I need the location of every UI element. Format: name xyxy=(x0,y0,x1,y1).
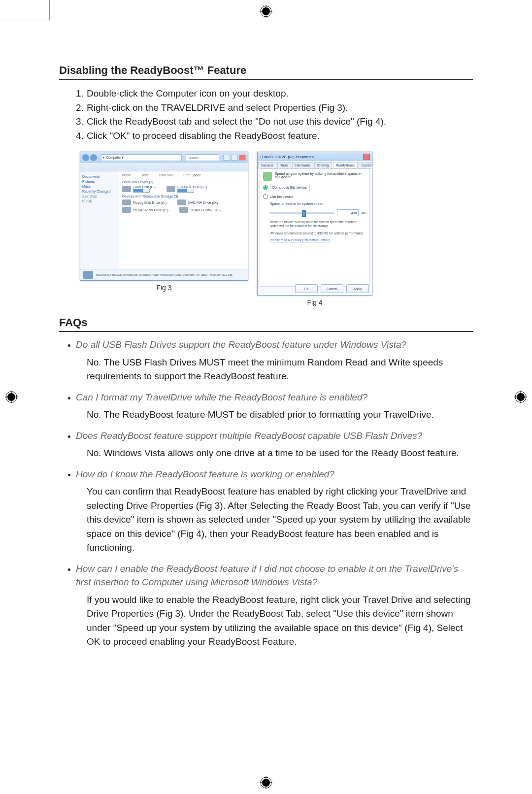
registration-mark-top-icon xyxy=(259,4,273,19)
reserve-unit: MB xyxy=(362,211,367,215)
radio-do-not-use[interactable]: Do not use this device. xyxy=(263,184,366,191)
fig4-properties-dialog: TRAVELDRIVE (G:) Properties General Tool… xyxy=(257,152,372,296)
faq-question: Do all USB Flash Drives support the Read… xyxy=(76,338,473,352)
maximize-button[interactable] xyxy=(231,155,238,161)
sidebar-item[interactable]: Documents xyxy=(82,175,117,178)
column-header[interactable]: Type xyxy=(141,173,149,177)
tab-sharing[interactable]: Sharing xyxy=(314,162,332,168)
dialog-title: TRAVELDRIVE (G:) Properties xyxy=(260,155,314,159)
drive-icon xyxy=(177,199,186,205)
steps-list: 1.Double-click the Computer icon on your… xyxy=(76,87,473,143)
step-text: Click "OK" to proceed disabling the Read… xyxy=(87,129,320,143)
readyboost-icon xyxy=(263,172,272,181)
reserve-slider[interactable] xyxy=(270,212,334,214)
sidebar-item[interactable]: Recently Changed xyxy=(82,190,117,193)
minimize-button[interactable] xyxy=(223,155,230,161)
faq-heading: FAQs xyxy=(59,316,473,332)
figure-caption: Fig 4 xyxy=(307,298,322,306)
registration-mark-left-icon xyxy=(4,390,19,404)
faq-answer: You can confirm that ReadyBoost feature … xyxy=(87,485,473,555)
drive-item[interactable]: Local Disk (C:) xyxy=(122,185,156,193)
search-input[interactable]: Search xyxy=(186,154,219,161)
tab-general[interactable]: General xyxy=(258,162,276,168)
step-text: Double-click the Computer icon on your d… xyxy=(87,87,289,101)
reserve-label: Space to reserve for system speed: xyxy=(270,202,366,205)
privacy-link[interactable]: Please read our privacy statement (onlin… xyxy=(270,238,366,242)
drive-item[interactable]: SOURCE HDD (E:) xyxy=(166,185,207,193)
faq-list: Do all USB Flash Drives support the Read… xyxy=(59,338,473,649)
tab-readyboost[interactable]: ReadyBoost xyxy=(333,162,358,168)
drive-item[interactable]: Floppy Disk Drive (A:) xyxy=(122,199,166,205)
faq-answer: If you would like to enable the ReadyBoo… xyxy=(87,593,473,649)
close-button[interactable] xyxy=(239,155,246,161)
fig3-explorer-window: ▸ Computer ▸ Search Documents Pictures M… xyxy=(80,152,248,281)
drive-icon xyxy=(179,207,188,213)
faq-question: Can I format my TravelDrive while the Re… xyxy=(76,391,473,404)
tab-hardware[interactable]: Hardware xyxy=(292,162,313,168)
close-button[interactable] xyxy=(363,154,370,160)
crop-mark xyxy=(0,20,49,20)
faq-question: Does ReadyBoost feature support multiple… xyxy=(76,429,473,443)
tab-customize[interactable]: Customize xyxy=(359,162,372,168)
sidebar-item[interactable]: Public xyxy=(82,199,117,203)
drive-icon xyxy=(166,186,175,192)
hint-text: Speed up your system by utilizing the av… xyxy=(275,172,366,181)
drive-item[interactable]: DVD/CD-RW Drive (F:) xyxy=(122,207,168,213)
apply-button[interactable]: Apply xyxy=(346,284,369,293)
forward-button[interactable] xyxy=(90,154,97,161)
step-text: Click the ReadyBoost tab and select the … xyxy=(87,115,386,129)
radio-use-device[interactable]: Use this device. xyxy=(263,194,366,199)
faq-question: How do I know the ReadyBoost feature is … xyxy=(76,467,473,481)
faq-question: How can I enable the ReadyBoost feature … xyxy=(76,562,473,589)
space-bar xyxy=(133,189,150,193)
column-header[interactable]: Total Size xyxy=(159,173,173,177)
step-text: Right-click on the TRAVELDRIVE and selec… xyxy=(87,101,348,115)
cancel-button[interactable]: Cancel xyxy=(321,284,343,293)
faq-answer: No. The ReadyBoost feature MUST be disab… xyxy=(87,408,473,422)
sidebar: Documents Pictures Music Recently Change… xyxy=(80,171,119,270)
faq-answer: No. Windows Vista allows only one drive … xyxy=(87,446,473,461)
figure-caption: Fig 3 xyxy=(156,284,171,292)
computer-icon xyxy=(83,271,93,279)
column-header[interactable]: Name xyxy=(122,173,132,177)
crop-mark xyxy=(49,0,50,20)
reserve-spinner[interactable]: 430 xyxy=(337,209,359,216)
address-bar[interactable]: ▸ Computer ▸ xyxy=(101,154,182,161)
toolbar xyxy=(80,163,248,171)
registration-mark-right-icon xyxy=(513,390,528,404)
status-bar: MEMOREX-BLACK Workgroup: WORKGROUP Proce… xyxy=(80,269,248,280)
drive-item[interactable]: TRAVELDRIVE (G:) xyxy=(179,207,221,213)
ok-button[interactable]: OK xyxy=(295,284,318,293)
section-heading: Disabling the ReadyBoost™ Feature xyxy=(59,64,473,80)
note-text: While the device is being used for syste… xyxy=(270,220,366,229)
sidebar-item[interactable]: Searches xyxy=(82,195,117,198)
group-header: Hard Disk Drives (2) xyxy=(122,180,245,184)
sidebar-item[interactable]: Pictures xyxy=(82,180,117,183)
faq-answer: No. The USB Flash Drives MUST meet the m… xyxy=(87,356,473,384)
drive-icon xyxy=(122,186,131,192)
radio-icon xyxy=(263,185,268,190)
drive-icon xyxy=(122,199,131,205)
column-header[interactable]: Free Space xyxy=(183,173,201,177)
tab-tools[interactable]: Tools xyxy=(277,162,291,168)
note-text: Windows recommends reserving 430 MB for … xyxy=(270,232,366,235)
registration-mark-bottom-icon xyxy=(259,775,273,790)
radio-icon xyxy=(263,194,268,199)
back-button[interactable] xyxy=(82,154,89,161)
sidebar-item[interactable]: Music xyxy=(82,185,117,188)
drive-item[interactable]: DVD RW Drive (D:) xyxy=(177,199,218,205)
drive-icon xyxy=(122,207,131,213)
group-header: Devices with Removable Storage (3) xyxy=(122,195,245,198)
space-bar xyxy=(177,189,194,193)
